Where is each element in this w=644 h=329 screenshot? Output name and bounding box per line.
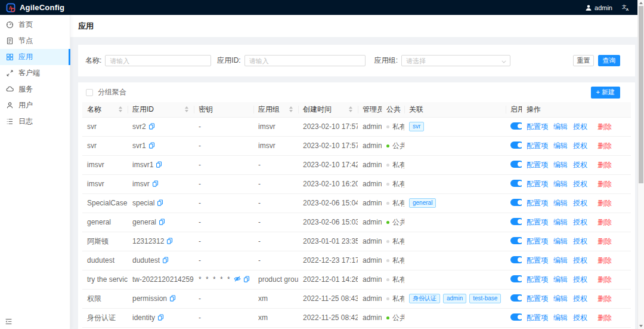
- action-delete[interactable]: 删除: [597, 180, 612, 188]
- action-config-items[interactable]: 配置项: [527, 313, 548, 322]
- action-edit[interactable]: 编辑: [553, 122, 568, 131]
- scroll-up-arrow-icon[interactable]: [639, 2, 643, 4]
- column-header-name[interactable]: 名称: [82, 102, 128, 117]
- action-config-items[interactable]: 配置项: [527, 180, 548, 188]
- action-delete[interactable]: 删除: [597, 275, 612, 284]
- group-select-input[interactable]: [401, 55, 510, 66]
- user-menu[interactable]: admin: [585, 4, 612, 11]
- action-delete[interactable]: 删除: [597, 218, 612, 226]
- action-config-items[interactable]: 配置项: [527, 142, 548, 150]
- action-authorize[interactable]: 授权: [573, 161, 587, 169]
- action-authorize[interactable]: 授权: [573, 218, 587, 226]
- sidebar-item-users[interactable]: 用户: [0, 97, 70, 113]
- action-delete[interactable]: 删除: [597, 237, 612, 245]
- group-select[interactable]: [401, 55, 510, 67]
- sort-carets-icon[interactable]: [119, 106, 122, 112]
- action-config-items[interactable]: 配置项: [527, 199, 548, 207]
- action-config-items[interactable]: 配置项: [527, 256, 548, 265]
- copy-icon[interactable]: [169, 295, 176, 302]
- enabled-toggle[interactable]: [510, 218, 522, 225]
- copy-icon[interactable]: [148, 142, 155, 149]
- action-edit[interactable]: 编辑: [553, 199, 568, 207]
- eye-invisible-icon[interactable]: [234, 275, 241, 282]
- action-delete[interactable]: 删除: [597, 122, 612, 131]
- sort-carets-icon[interactable]: [289, 106, 293, 112]
- cell-secret: -: [194, 174, 253, 193]
- enabled-toggle[interactable]: [510, 237, 522, 244]
- action-edit[interactable]: 编辑: [553, 294, 568, 303]
- action-delete[interactable]: 删除: [597, 199, 612, 207]
- reset-button[interactable]: 重置: [573, 55, 594, 66]
- copy-icon[interactable]: [152, 180, 159, 187]
- scrollbar-thumb[interactable]: [639, 6, 643, 183]
- enabled-toggle[interactable]: [510, 161, 522, 168]
- action-authorize[interactable]: 授权: [573, 180, 587, 188]
- action-authorize[interactable]: 授权: [573, 294, 587, 303]
- sidebar-item-nodes[interactable]: 节点: [0, 33, 70, 49]
- sidebar-item-logs[interactable]: 日志: [0, 113, 70, 130]
- translate-icon[interactable]: 文 A: [622, 4, 630, 11]
- action-edit[interactable]: 编辑: [553, 237, 568, 245]
- enabled-toggle[interactable]: [510, 122, 522, 130]
- group-aggregate-checkbox[interactable]: [86, 89, 93, 96]
- action-authorize[interactable]: 授权: [573, 256, 587, 265]
- enabled-toggle[interactable]: [510, 142, 522, 149]
- action-delete[interactable]: 删除: [597, 313, 612, 322]
- copy-icon[interactable]: [156, 161, 162, 168]
- app-id-text: svr2: [132, 122, 146, 131]
- sort-carets-icon[interactable]: [349, 106, 352, 112]
- sidebar-item-apps[interactable]: 应用: [0, 49, 70, 65]
- action-edit[interactable]: 编辑: [553, 142, 568, 150]
- sidebar-item-home[interactable]: 首页: [0, 17, 70, 33]
- action-authorize[interactable]: 授权: [573, 313, 587, 322]
- action-delete[interactable]: 删除: [597, 142, 612, 150]
- sidebar-item-services[interactable]: 服务: [0, 81, 70, 97]
- action-edit[interactable]: 编辑: [553, 256, 568, 265]
- action-config-items[interactable]: 配置项: [527, 275, 548, 284]
- action-authorize[interactable]: 授权: [573, 199, 587, 207]
- action-authorize[interactable]: 授权: [573, 237, 587, 245]
- action-delete[interactable]: 删除: [597, 161, 612, 169]
- action-edit[interactable]: 编辑: [553, 161, 568, 169]
- action-authorize[interactable]: 授权: [573, 122, 587, 131]
- action-config-items[interactable]: 配置项: [527, 161, 548, 169]
- copy-icon[interactable]: [243, 276, 250, 282]
- enabled-toggle[interactable]: [510, 294, 522, 302]
- agileconfig-logo-icon[interactable]: A: [6, 3, 16, 13]
- action-config-items[interactable]: 配置项: [527, 237, 548, 245]
- menu-fold-icon[interactable]: [5, 318, 13, 326]
- sort-carets-icon[interactable]: [185, 106, 188, 112]
- action-config-items[interactable]: 配置项: [527, 294, 548, 303]
- action-config-items[interactable]: 配置项: [527, 122, 548, 131]
- vertical-scrollbar[interactable]: [637, 0, 644, 329]
- copy-icon[interactable]: [166, 238, 173, 244]
- name-input[interactable]: [105, 55, 211, 66]
- action-edit[interactable]: 编辑: [553, 180, 568, 188]
- appid-input[interactable]: [244, 55, 366, 66]
- action-config-items[interactable]: 配置项: [527, 218, 548, 226]
- copy-icon[interactable]: [157, 314, 164, 321]
- column-header-created[interactable]: 创建时间: [298, 102, 358, 117]
- sidebar-item-clients[interactable]: 客户端: [0, 65, 70, 81]
- column-header-app_id[interactable]: 应用ID: [128, 102, 194, 117]
- action-delete[interactable]: 删除: [597, 256, 612, 265]
- action-edit[interactable]: 编辑: [553, 313, 568, 322]
- scroll-down-arrow-icon[interactable]: [639, 325, 643, 327]
- copy-icon[interactable]: [148, 123, 155, 130]
- action-edit[interactable]: 编辑: [553, 218, 568, 226]
- action-edit[interactable]: 编辑: [553, 275, 568, 284]
- enabled-toggle[interactable]: [510, 256, 522, 263]
- copy-icon[interactable]: [159, 219, 165, 225]
- enabled-toggle[interactable]: [510, 180, 522, 187]
- action-delete[interactable]: 删除: [597, 294, 612, 303]
- action-authorize[interactable]: 授权: [573, 275, 587, 284]
- copy-icon[interactable]: [157, 199, 163, 206]
- query-button[interactable]: 查询: [598, 55, 620, 66]
- enabled-toggle[interactable]: [510, 199, 522, 206]
- copy-icon[interactable]: [162, 257, 169, 263]
- action-authorize[interactable]: 授权: [573, 142, 587, 150]
- new-app-button[interactable]: + 新建: [591, 87, 620, 99]
- enabled-toggle[interactable]: [510, 275, 522, 282]
- enabled-toggle[interactable]: [510, 313, 522, 321]
- column-header-group[interactable]: 应用组: [253, 102, 298, 117]
